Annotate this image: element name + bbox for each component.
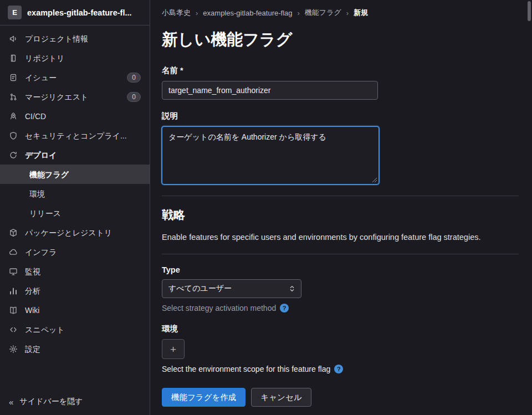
sidebar-item-label: 分析 xyxy=(25,285,40,296)
plus-icon: + xyxy=(170,344,176,355)
sidebar-item-label: スニペット xyxy=(25,324,65,335)
document-icon xyxy=(9,54,18,63)
help-icon[interactable]: ? xyxy=(334,365,343,373)
environments-help-row: Select the environment scope for this fe… xyxy=(162,365,519,373)
sidebar-item-label: デプロイ xyxy=(25,150,57,161)
sidebar-item-label: イシュー xyxy=(25,72,57,83)
breadcrumb-user[interactable]: 小島孝史 xyxy=(162,8,191,18)
gitlab-app: E examples-gitlab-feature-fl... プロジェクト情報… xyxy=(0,0,532,415)
deployments-icon xyxy=(9,151,18,160)
monitor-icon xyxy=(9,267,18,276)
name-input[interactable] xyxy=(162,81,378,100)
book-icon xyxy=(9,306,18,315)
type-help-text: Select strategy activation method xyxy=(162,304,276,312)
description-field-group: 説明 ターゲットの名前を Authorizer から取得する xyxy=(162,111,519,185)
type-help-row: Select strategy activation method ? xyxy=(162,304,519,312)
environments-label: 環境 xyxy=(162,324,519,334)
breadcrumb-current: 新規 xyxy=(354,8,368,18)
sidebar-item-wiki[interactable]: Wiki xyxy=(0,300,150,320)
collapse-sidebar-button[interactable]: « サイドバーを隠す xyxy=(0,388,150,415)
type-label: Type xyxy=(162,265,519,274)
issues-count-badge: 0 xyxy=(127,73,141,83)
deployments-submenu: 機能フラグ 環境 リリース xyxy=(0,165,150,223)
breadcrumb-feature-flags[interactable]: 機能フラグ xyxy=(305,8,341,18)
sidebar-item-label: 環境 xyxy=(29,188,45,199)
name-field-group: 名前 * xyxy=(162,65,519,100)
breadcrumb: 小島孝史 › examples-gitlab-feature-flag › 機能… xyxy=(162,8,519,18)
chart-icon xyxy=(9,286,18,295)
sidebar-item-label: CI/CD xyxy=(25,111,46,122)
sidebar: E examples-gitlab-feature-fl... プロジェクト情報… xyxy=(0,0,150,415)
main-content: 小島孝史 › examples-gitlab-feature-flag › 機能… xyxy=(150,0,532,415)
name-label: 名前 * xyxy=(162,65,519,76)
strategies-heading: 戦略 xyxy=(162,207,519,223)
sidebar-item-label: プロジェクト情報 xyxy=(25,33,88,44)
sidebar-item-label: パッケージとレジストリ xyxy=(25,227,112,238)
issues-icon xyxy=(9,73,18,82)
description-textarea-wrap: ターゲットの名前を Authorizer から取得する xyxy=(162,126,379,185)
divider xyxy=(162,254,519,254)
breadcrumb-separator: › xyxy=(196,9,198,17)
strategies-description: Enable features for specific users and e… xyxy=(162,232,519,243)
breadcrumb-separator: › xyxy=(346,9,349,17)
environments-help-text: Select the environment scope for this fe… xyxy=(162,365,330,373)
bullhorn-icon xyxy=(9,34,18,43)
description-label: 説明 xyxy=(162,111,519,121)
sidebar-item-issues[interactable]: イシュー 0 xyxy=(0,68,150,87)
sidebar-item-releases[interactable]: リリース xyxy=(0,203,150,223)
sidebar-item-label: Wiki xyxy=(25,305,39,316)
sidebar-item-label: リリース xyxy=(29,208,61,219)
sidebar-item-label: リポジトリ xyxy=(25,53,65,64)
sidebar-item-label: 設定 xyxy=(25,344,40,355)
sidebar-item-label: インフラ xyxy=(25,247,57,258)
sidebar-item-project-information[interactable]: プロジェクト情報 xyxy=(0,29,150,48)
type-select-value: すべてのユーザー xyxy=(168,284,232,294)
snippet-icon xyxy=(9,325,18,334)
sidebar-item-monitor[interactable]: 監視 xyxy=(0,262,150,281)
breadcrumb-project[interactable]: examples-gitlab-feature-flag xyxy=(203,9,292,17)
sidebar-item-label: 機能フラグ xyxy=(29,169,69,180)
type-select[interactable]: すべてのユーザー xyxy=(162,279,301,298)
sidebar-item-label: マージリクエスト xyxy=(25,91,88,103)
cancel-button[interactable]: キャンセル xyxy=(251,388,311,407)
sidebar-item-settings[interactable]: 設定 xyxy=(0,339,150,358)
project-avatar: E xyxy=(8,6,22,19)
sidebar-item-merge-requests[interactable]: マージリクエスト 0 xyxy=(0,87,150,106)
gear-icon xyxy=(9,345,18,353)
sidebar-item-repository[interactable]: リポジトリ xyxy=(0,48,150,68)
rocket-icon xyxy=(9,112,18,121)
sidebar-item-deployments[interactable]: デプロイ xyxy=(0,145,150,165)
shield-icon xyxy=(9,131,18,140)
merge-requests-count-badge: 0 xyxy=(127,92,141,102)
sidebar-item-label: セキュリティとコンプライ... xyxy=(25,130,127,141)
merge-request-icon xyxy=(9,93,18,101)
sidebar-item-snippets[interactable]: スニペット xyxy=(0,320,150,339)
form-actions: 機能フラグを作成 キャンセル xyxy=(162,388,519,407)
environments-field-group: 環境 + Select the environment scope for th… xyxy=(162,324,519,373)
package-icon xyxy=(9,228,18,237)
page-title: 新しい機能フラグ xyxy=(162,29,519,51)
sidebar-item-security-compliance[interactable]: セキュリティとコンプライ... xyxy=(0,126,150,145)
add-environment-button[interactable]: + xyxy=(162,339,185,359)
sidebar-item-label: 監視 xyxy=(25,266,40,277)
select-caret-icon xyxy=(288,285,296,293)
create-feature-flag-button[interactable]: 機能フラグを作成 xyxy=(162,388,245,407)
breadcrumb-separator: › xyxy=(297,9,299,17)
project-header[interactable]: E examples-gitlab-feature-fl... xyxy=(0,0,150,25)
collapse-sidebar-label: サイドバーを隠す xyxy=(19,397,83,407)
sidebar-item-packages-registries[interactable]: パッケージとレジストリ xyxy=(0,223,150,242)
sidebar-item-infrastructure[interactable]: インフラ xyxy=(0,242,150,262)
sidebar-nav: プロジェクト情報 リポジトリ イシュー 0 マージリクエスト 0 CI/CD xyxy=(0,25,150,388)
project-name: examples-gitlab-feature-fl... xyxy=(27,8,132,17)
sidebar-item-feature-flags[interactable]: 機能フラグ xyxy=(0,165,150,184)
type-field-group: Type すべてのユーザー Select strategy activation… xyxy=(162,265,519,312)
sidebar-item-analytics[interactable]: 分析 xyxy=(0,281,150,300)
collapse-chevrons-icon: « xyxy=(9,397,13,407)
sidebar-item-ci-cd[interactable]: CI/CD xyxy=(0,106,150,126)
scrollbar-thumb[interactable] xyxy=(528,1,531,21)
sidebar-item-environments[interactable]: 環境 xyxy=(0,184,150,203)
help-icon[interactable]: ? xyxy=(280,304,289,312)
description-textarea[interactable]: ターゲットの名前を Authorizer から取得する xyxy=(162,126,379,185)
cloud-icon xyxy=(9,248,18,257)
divider xyxy=(162,196,519,196)
